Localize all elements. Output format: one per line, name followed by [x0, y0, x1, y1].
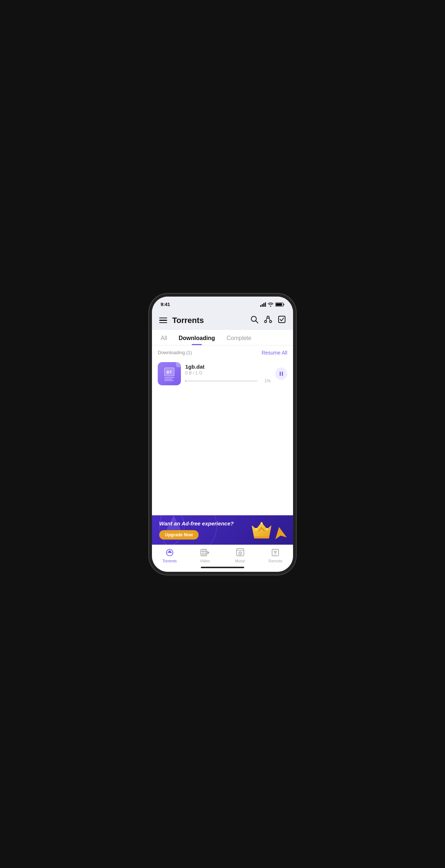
- music-nav-icon: [236, 548, 245, 557]
- main-content: Downloading (1) Resume All BT 1gb.dat: [152, 345, 293, 515]
- add-torrent-button[interactable]: [264, 315, 272, 326]
- header-actions: [250, 315, 286, 326]
- menu-button[interactable]: [159, 318, 167, 323]
- status-time: 9:41: [161, 302, 170, 307]
- ad-banner[interactable]: Want an Ad-free experience? Upgrade Now: [152, 515, 293, 545]
- nav-music-label: Music: [235, 559, 245, 563]
- svg-line-12: [266, 318, 267, 320]
- header-left: Torrents: [159, 316, 204, 325]
- remote-nav-icon: [271, 548, 280, 557]
- svg-rect-28: [201, 554, 207, 554]
- svg-marker-17: [252, 523, 271, 537]
- search-button[interactable]: [250, 315, 258, 326]
- resume-all-button[interactable]: Resume All: [262, 350, 287, 356]
- section-header: Downloading (1) Resume All: [158, 350, 287, 356]
- pause-button[interactable]: [275, 368, 287, 380]
- progress-bar: [185, 380, 258, 382]
- nav-video[interactable]: Video: [187, 548, 223, 563]
- crown-icon: [252, 521, 271, 538]
- svg-rect-27: [201, 551, 207, 552]
- tab-bar: All Downloading Complete: [152, 330, 293, 345]
- progress-fill: [185, 380, 186, 382]
- nav-remote-label: Remote: [268, 559, 283, 563]
- nav-torrents-label: Torrents: [162, 559, 177, 563]
- torrent-file-icon: BT: [158, 362, 181, 385]
- bottom-nav: Torrents Video Music: [152, 545, 293, 565]
- home-bar: [201, 567, 244, 568]
- bt-lines: [164, 377, 174, 381]
- status-bar: 9:41: [152, 297, 293, 313]
- bt-label: BT: [166, 370, 172, 374]
- torrent-name: 1gb.dat: [185, 364, 271, 370]
- add-torrent-icon: [264, 315, 272, 323]
- torrent-list-item[interactable]: BT 1gb.dat 0 B / 1 G 1%: [158, 360, 287, 387]
- signal-icon: [260, 302, 266, 307]
- select-all-button[interactable]: [278, 315, 286, 326]
- app-header: Torrents: [152, 313, 293, 330]
- svg-point-10: [264, 320, 267, 323]
- svg-rect-18: [254, 536, 269, 538]
- tab-complete[interactable]: Complete: [225, 330, 253, 345]
- svg-rect-26: [205, 549, 205, 556]
- upgrade-button[interactable]: Upgrade Now: [159, 530, 199, 540]
- status-icons: [260, 302, 284, 307]
- svg-rect-5: [284, 304, 284, 305]
- nav-remote[interactable]: Remote: [258, 548, 293, 563]
- svg-rect-2: [263, 303, 264, 307]
- svg-rect-24: [201, 549, 207, 556]
- svg-rect-6: [276, 303, 282, 306]
- svg-point-33: [240, 553, 241, 554]
- svg-rect-0: [260, 305, 261, 307]
- video-nav-icon: [200, 548, 209, 557]
- svg-rect-1: [262, 304, 263, 307]
- select-all-icon: [278, 315, 286, 323]
- svg-line-13: [269, 318, 270, 320]
- torrents-nav-icon: [165, 548, 174, 557]
- app-title: Torrents: [172, 316, 204, 325]
- svg-point-20: [255, 528, 257, 530]
- arrow-icon: [273, 526, 287, 539]
- svg-marker-22: [273, 526, 287, 539]
- tab-downloading[interactable]: Downloading: [177, 330, 216, 345]
- ad-title: Want an Ad-free experience?: [159, 520, 234, 527]
- wifi-icon: [268, 302, 274, 307]
- svg-point-11: [270, 320, 272, 323]
- svg-marker-29: [207, 551, 209, 554]
- nav-video-label: Video: [200, 559, 210, 563]
- svg-rect-14: [279, 316, 285, 323]
- search-icon: [250, 315, 258, 323]
- svg-point-35: [275, 553, 276, 554]
- ad-right: [252, 521, 286, 538]
- bt-line-2: [164, 379, 172, 380]
- svg-point-21: [266, 528, 268, 530]
- phone-frame: 9:41 Torrents: [152, 297, 293, 572]
- torrent-info: 1gb.dat 0 B / 1 G 1%: [185, 364, 271, 383]
- svg-rect-25: [203, 549, 203, 556]
- pause-bar-right: [282, 372, 283, 376]
- nav-torrents[interactable]: Torrents: [152, 548, 187, 563]
- battery-icon: [275, 302, 284, 307]
- torrent-size: 0 B / 1 G: [185, 370, 271, 376]
- bt-line-1: [164, 377, 174, 378]
- file-fold: [176, 362, 181, 367]
- progress-percent: 1%: [260, 378, 271, 383]
- svg-point-19: [260, 522, 263, 524]
- progress-row: 1%: [185, 378, 271, 383]
- svg-rect-3: [265, 302, 266, 307]
- svg-point-9: [267, 316, 269, 318]
- svg-line-8: [256, 321, 258, 323]
- home-indicator: [152, 565, 293, 572]
- bt-line-3: [164, 380, 173, 381]
- pause-icon: [280, 372, 283, 376]
- pause-bar-left: [280, 372, 281, 376]
- nav-music[interactable]: Music: [223, 548, 258, 563]
- bt-badge: BT: [164, 368, 174, 376]
- section-label: Downloading (1): [158, 350, 192, 355]
- tab-all[interactable]: All: [159, 330, 169, 345]
- ad-left: Want an Ad-free experience? Upgrade Now: [159, 520, 234, 540]
